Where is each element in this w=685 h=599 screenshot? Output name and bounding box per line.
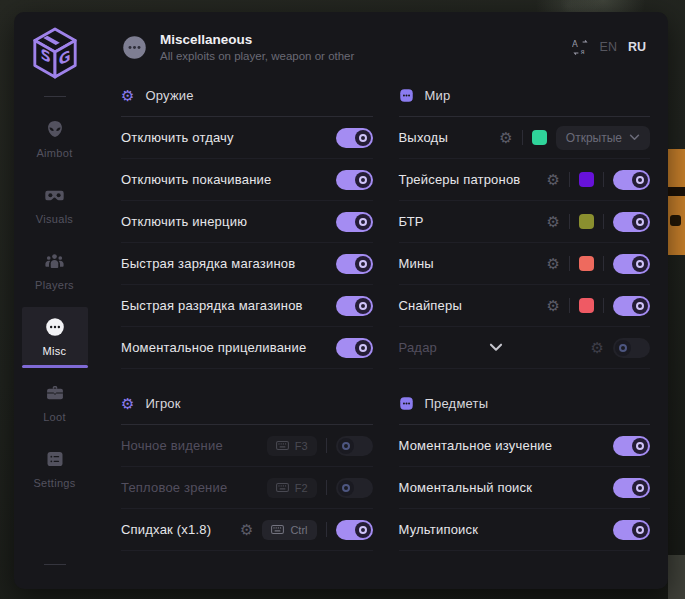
feature-label: Трейсеры патронов — [399, 172, 521, 187]
hotkey-badge[interactable]: F2 — [267, 478, 317, 498]
separator — [569, 298, 570, 313]
sidebar-item-label: Visuals — [36, 213, 73, 225]
toggle-knob — [338, 480, 354, 496]
toggle-switch[interactable] — [613, 296, 650, 316]
section-title: Предметы — [425, 396, 489, 411]
gear-icon[interactable]: ⚙ — [547, 298, 560, 313]
toggle-switch[interactable] — [336, 170, 373, 190]
chevron-down-icon[interactable] — [489, 343, 503, 352]
section-items: ПредметыМоментальное изучениеМоментальны… — [399, 391, 651, 551]
hotkey-badge[interactable]: Ctrl — [262, 520, 316, 540]
gear-icon[interactable]: ⚙ — [591, 340, 604, 355]
separator — [603, 298, 604, 313]
toggle-switch[interactable] — [613, 478, 650, 498]
sidebar-item-players[interactable]: Players — [22, 241, 88, 299]
color-swatch[interactable] — [579, 214, 594, 229]
toggle-knob — [338, 438, 354, 454]
feature-label: Радар — [399, 340, 438, 355]
feature-label: Моментальное изучение — [399, 438, 553, 453]
toggle-knob — [632, 214, 648, 230]
lang-ru-button[interactable]: RU — [628, 40, 646, 54]
gear-icon[interactable]: ⚙ — [547, 256, 560, 271]
separator — [569, 256, 570, 271]
content: ⚙ОружиеОтключить отдачуОтключить покачив… — [95, 68, 668, 589]
toggle-switch[interactable] — [336, 520, 373, 540]
feature-row: Снайперы⚙ — [399, 285, 651, 327]
dropdown-value: Открытые — [566, 131, 622, 145]
toggle-knob — [355, 340, 371, 356]
toggle-switch[interactable] — [613, 170, 650, 190]
toggle-switch[interactable] — [613, 338, 650, 358]
toggle-switch[interactable] — [336, 212, 373, 232]
sidebar-item-settings[interactable]: Settings — [22, 439, 88, 497]
toggle-switch[interactable] — [613, 254, 650, 274]
feature-label: Мины — [399, 256, 434, 271]
main-area: Miscellaneous All exploits on player, we… — [95, 12, 668, 589]
color-swatch[interactable] — [579, 298, 594, 313]
toggle-switch[interactable] — [613, 212, 650, 232]
color-swatch[interactable] — [579, 256, 594, 271]
keyboard-icon — [276, 441, 289, 450]
sidebar-item-aimbot[interactable]: Aimbot — [22, 109, 88, 167]
feature-row: Отключить покачивание — [121, 159, 373, 201]
column-left: ⚙ОружиеОтключить отдачуОтключить покачив… — [121, 70, 373, 589]
sidebar-item-loot[interactable]: Loot — [22, 373, 88, 431]
row-controls: ⚙Ctrl — [240, 520, 373, 540]
gear-icon[interactable]: ⚙ — [240, 522, 253, 537]
feature-row: Выходы⚙Открытые — [399, 117, 651, 159]
app-window: S G AimbotVisualsPlayersMiscLootSettings… — [14, 12, 668, 589]
gear-icon[interactable]: ⚙ — [547, 172, 560, 187]
feature-row: Трейсеры патронов⚙ — [399, 159, 651, 201]
svg-text:я: я — [580, 48, 584, 56]
sidebar-divider — [44, 564, 66, 565]
toggle-switch[interactable] — [336, 296, 373, 316]
toggle-switch[interactable] — [336, 436, 373, 456]
toggle-switch[interactable] — [336, 478, 373, 498]
dropdown[interactable]: Открытые — [556, 126, 650, 150]
page-title: Miscellaneous — [160, 32, 354, 47]
feature-label: Быстрая разрядка магазинов — [121, 298, 303, 313]
gear-icon[interactable]: ⚙ — [547, 214, 560, 229]
people-icon — [44, 250, 65, 272]
svg-text:A: A — [572, 39, 578, 49]
goggles-icon — [44, 184, 65, 206]
toggle-switch[interactable] — [336, 254, 373, 274]
gear-icon[interactable]: ⚙ — [499, 130, 512, 145]
background-game-fragment — [667, 149, 685, 255]
chat-dots-icon — [399, 396, 414, 411]
feature-row: Моментальный поиск — [399, 467, 651, 509]
hotkey-badge[interactable]: F3 — [267, 436, 317, 456]
section-rows: Отключить отдачуОтключить покачиваниеОтк… — [121, 117, 373, 369]
separator — [603, 172, 604, 187]
feature-row: Ночное видениеF3 — [121, 425, 373, 467]
hotkey-label: F2 — [295, 482, 308, 494]
color-swatch[interactable] — [579, 172, 594, 187]
section-title: Мир — [425, 88, 451, 103]
background-mark — [667, 187, 685, 196]
toggle-switch[interactable] — [336, 338, 373, 358]
sidebar-item-visuals[interactable]: Visuals — [22, 175, 88, 233]
toggle-switch[interactable] — [336, 128, 373, 148]
section-rows: Выходы⚙ОткрытыеТрейсеры патронов⚙БТР⚙Мин… — [399, 117, 651, 369]
toggle-switch[interactable] — [613, 436, 650, 456]
ellipsis-avatar-icon — [121, 34, 148, 61]
toggle-knob — [632, 298, 648, 314]
row-controls — [336, 128, 373, 148]
separator — [326, 522, 327, 537]
separator — [603, 214, 604, 229]
feature-label: Мультипоиск — [399, 522, 479, 537]
row-controls — [336, 212, 373, 232]
sidebar-item-label: Settings — [33, 477, 75, 489]
color-swatch[interactable] — [532, 130, 547, 145]
header-text: Miscellaneous All exploits on player, we… — [160, 32, 354, 62]
sidebar-item-misc[interactable]: Misc — [22, 307, 88, 365]
section-title: Игрок — [145, 396, 180, 411]
toggle-switch[interactable] — [613, 520, 650, 540]
lang-en-button[interactable]: EN — [600, 40, 617, 54]
sidebar-divider — [44, 96, 66, 97]
feature-row: Отключить инерцию — [121, 201, 373, 243]
page-subtitle: All exploits on player, weapon or other — [160, 50, 354, 62]
section-weapon: ⚙ОружиеОтключить отдачуОтключить покачив… — [121, 83, 373, 369]
toggle-knob — [632, 522, 648, 538]
toggle-knob — [355, 256, 371, 272]
